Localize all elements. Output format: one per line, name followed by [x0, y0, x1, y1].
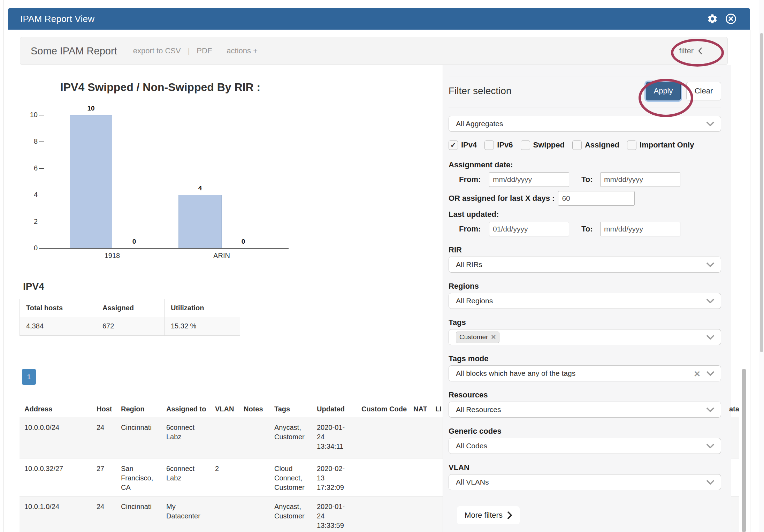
selected-tag-chip: Customer✕ [456, 332, 499, 343]
checkbox-item[interactable]: Swipped [521, 140, 565, 150]
select-value: All Codes [456, 442, 487, 450]
export-pdf-link[interactable]: PDF [197, 46, 212, 55]
clear-selection-icon[interactable]: ✕ [694, 369, 701, 379]
checkbox-unchecked[interactable] [484, 140, 494, 150]
table-cell: 6connect Labz [166, 423, 212, 442]
chevron-down-icon [706, 335, 715, 340]
table-cell: Anycast, Customer [274, 423, 313, 442]
filter-panel: Filter selection Apply Clear All Aggrega… [443, 65, 731, 532]
ipv4-summary-table: Total hostsAssignedUtilization4,38467215… [20, 299, 240, 336]
checkbox-unchecked[interactable] [572, 140, 582, 150]
checkbox-unchecked[interactable] [627, 140, 636, 150]
filter-toggle-label: filter [679, 46, 694, 55]
more-filters-button[interactable]: More filters [457, 506, 520, 524]
export-csv-link[interactable]: export to CSV [133, 46, 181, 55]
table-cell: 24 [97, 423, 117, 432]
checkbox-item[interactable]: IPv6 [484, 140, 513, 150]
filter-section-label-vlan: VLAN [449, 463, 721, 472]
filter-toggle[interactable]: filter [679, 46, 702, 55]
table-header-cell: Tags [274, 405, 290, 413]
filter-sections: RIRAll RIRsRegionsAll RegionsTagsCustome… [449, 245, 721, 490]
inner-scrollbar-thumb[interactable] [742, 369, 746, 532]
y-axis-line [44, 115, 44, 249]
chart-title: IPV4 Swipped / Non-Swipped By RIR : [52, 81, 268, 94]
apply-button[interactable]: Apply [646, 82, 681, 100]
report-title: Some IPAM Report [31, 45, 117, 57]
more-filters-label: More filters [465, 511, 503, 520]
chevron-down-icon [706, 443, 715, 448]
table-cell: 6connect Labz [166, 464, 212, 483]
assigned-last-days-row: OR assigned for last X days : [449, 191, 721, 206]
tags-mode-select[interactable]: All blocks which have any of the tags✕ [449, 365, 721, 381]
table-header-cell: Notes [244, 405, 263, 413]
toolbar-separator: | [188, 46, 190, 55]
table-cell: 10.0.0.32/27 [24, 464, 92, 473]
chevron-down-icon [706, 407, 715, 412]
table-cell: Anycast, Customer [274, 502, 313, 521]
checkbox-item[interactable]: ✓IPv4 [449, 140, 477, 150]
chart-bar [70, 115, 112, 248]
pagination-page-1[interactable]: 1 [22, 369, 36, 385]
chevron-down-icon [706, 121, 715, 126]
table-header-cell: Assigned to [166, 405, 206, 413]
filter-section-label-regions: Regions [449, 282, 721, 291]
checkbox-label: IPv6 [497, 140, 513, 150]
filter-section-label-resources: Resources [449, 390, 721, 400]
table-cell: Cloud Connect, Customer [274, 464, 313, 492]
chevron-down-icon [706, 371, 715, 376]
y-axis-label: 0 [20, 244, 38, 252]
resources-select[interactable]: All Resources [449, 402, 721, 418]
summary-value-cell: 15.32 % [165, 317, 240, 335]
outer-card-left-border [3, 0, 4, 532]
window-scrollbar-thumb[interactable] [760, 33, 763, 352]
chevron-down-icon [706, 298, 715, 303]
assigned-last-days-input[interactable] [558, 191, 635, 206]
y-axis-label: 8 [20, 137, 38, 145]
chip-remove-icon[interactable]: ✕ [491, 333, 496, 341]
table-header-cell: LI [435, 405, 442, 413]
checkbox-checked[interactable]: ✓ [449, 140, 458, 150]
generic-codes-select[interactable]: All Codes [449, 438, 721, 454]
chevron-right-icon [507, 511, 512, 519]
assignment-date-label: Assignment date: [449, 160, 721, 169]
regions-select[interactable]: All Regions [449, 293, 721, 309]
aggregates-select[interactable]: All Aggregates [449, 116, 721, 132]
vlan-select[interactable]: All VLANs [449, 474, 721, 490]
bar-zero-label: 0 [127, 238, 141, 245]
ipam-report-window: IPAM Report View Some IPAM Report export… [0, 0, 764, 532]
checkbox-unchecked[interactable] [521, 140, 530, 150]
rir-select[interactable]: All RIRs [449, 257, 721, 273]
select-value: All RIRs [456, 260, 482, 269]
chevron-left-icon [698, 47, 702, 55]
checkbox-item[interactable]: Important Only [627, 140, 694, 150]
table-cell: Cincinnati [121, 502, 163, 511]
last-updated-to-input[interactable] [600, 222, 680, 236]
table-cell: Cincinnati [121, 423, 163, 432]
summary-header-cell: Total hosts [20, 299, 96, 317]
tags-select[interactable]: Customer✕ [449, 329, 721, 345]
assignment-to-label: To: [581, 175, 596, 184]
bar-value-label: 10 [70, 105, 112, 112]
gear-icon[interactable] [707, 13, 718, 24]
assigned-last-days-label: OR assigned for last X days : [449, 194, 555, 203]
clear-button[interactable]: Clear [686, 82, 721, 100]
window-title: IPAM Report View [20, 14, 94, 24]
table-cell: 2020-02- 13 17:32:09 [317, 464, 359, 492]
summary-header-cell: Assigned [96, 299, 165, 317]
checkbox-label: Important Only [640, 140, 694, 150]
content-card-right-border [750, 30, 750, 532]
summary-value-cell: 672 [96, 317, 165, 335]
x-axis-category-label: 1918 [91, 252, 133, 260]
assignment-from-input[interactable] [489, 172, 569, 187]
last-updated-from-input[interactable] [489, 222, 569, 236]
table-cell: 10.0.0.0/24 [24, 423, 92, 432]
select-value: All Regions [456, 297, 493, 305]
filter-section-label-tags: Tags [449, 318, 721, 327]
checkbox-item[interactable]: Assigned [572, 140, 619, 150]
close-icon[interactable] [725, 13, 737, 25]
assignment-to-input[interactable] [600, 172, 680, 187]
checkbox-label: Assigned [585, 140, 619, 150]
y-axis-label: 6 [20, 164, 38, 172]
actions-menu-link[interactable]: actions + [227, 46, 258, 55]
y-axis-tick [39, 195, 44, 195]
